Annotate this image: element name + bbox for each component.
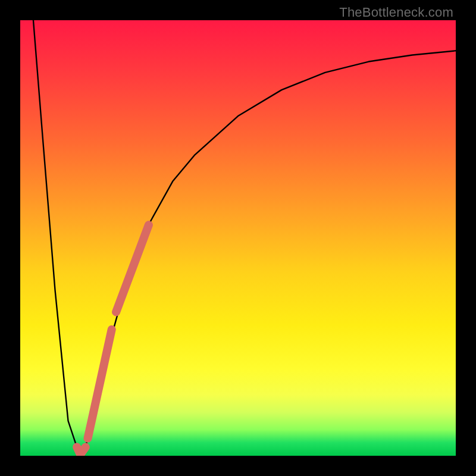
pink-segment-lower <box>87 330 111 439</box>
pink-segment-upper <box>116 225 149 312</box>
chart-frame: TheBottleneck.com <box>0 0 476 476</box>
pink-hook <box>77 447 86 454</box>
watermark-text: TheBottleneck.com <box>339 5 453 20</box>
plot-area <box>20 20 456 456</box>
curve-layer <box>20 20 456 456</box>
